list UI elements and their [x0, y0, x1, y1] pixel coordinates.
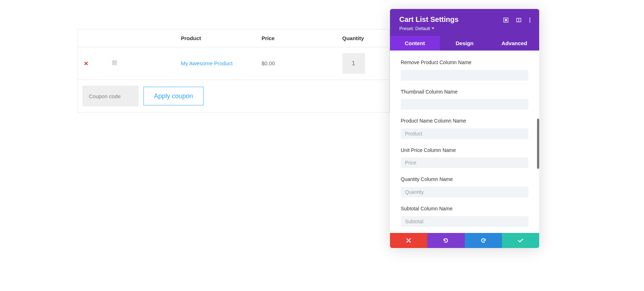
- save-button[interactable]: [502, 233, 539, 248]
- col-price-header: Price: [257, 29, 338, 47]
- table-row: ✕ My Awesome Product $0.00: [78, 47, 390, 80]
- remove-item-button[interactable]: ✕: [82, 60, 89, 67]
- cart-preview: Product Price Quantity ✕ My Awesome Prod…: [78, 29, 390, 113]
- tab-design[interactable]: Design: [440, 36, 489, 51]
- tab-advanced[interactable]: Advanced: [489, 36, 539, 51]
- col-thumb-header: [108, 29, 176, 47]
- undo-icon: [443, 238, 449, 243]
- svg-rect-1: [505, 19, 507, 21]
- field-input-thumbnail[interactable]: [401, 99, 528, 110]
- svg-point-4: [529, 18, 530, 19]
- field-input-unitprice[interactable]: [401, 157, 528, 168]
- undo-button[interactable]: [427, 233, 464, 248]
- svg-point-6: [529, 21, 530, 22]
- thumbnail-placeholder-icon: [112, 60, 117, 65]
- col-product-header: Product: [176, 29, 257, 47]
- panel-body: Remove Product Column Name Thumbnail Col…: [390, 51, 539, 233]
- cancel-button[interactable]: [390, 233, 427, 248]
- tabs: Content Design Advanced: [390, 36, 539, 51]
- scrollbar[interactable]: [537, 119, 539, 169]
- svg-point-5: [529, 19, 530, 20]
- field-input-quantity[interactable]: [401, 187, 528, 197]
- actions-row: Apply coupon: [78, 80, 390, 113]
- check-icon: [518, 238, 523, 243]
- field-label-thumbnail: Thumbnail Column Name: [401, 89, 472, 96]
- cart-table: Product Price Quantity ✕ My Awesome Prod…: [78, 29, 390, 113]
- panel-header: Cart List Settings Preset: Default: [390, 9, 539, 36]
- redo-button[interactable]: [465, 233, 502, 248]
- tab-content[interactable]: Content: [390, 36, 440, 51]
- field-label-quantity: Quantity Column Name: [401, 176, 472, 183]
- field-label-productname: Product Name Column Name: [401, 118, 472, 125]
- apply-coupon-button[interactable]: Apply coupon: [143, 87, 203, 105]
- panel-preset-label: Preset: Default: [399, 26, 430, 31]
- col-remove-header: [78, 29, 108, 47]
- caret-down-icon: [431, 28, 434, 29]
- field-label-remove: Remove Product Column Name: [401, 59, 472, 66]
- quantity-input[interactable]: [342, 53, 365, 74]
- redo-icon: [480, 238, 486, 243]
- panel-footer: [390, 233, 539, 248]
- field-input-subtotal[interactable]: [401, 216, 528, 227]
- field-input-remove[interactable]: [401, 70, 528, 81]
- panel-preset[interactable]: Preset: Default: [399, 26, 434, 31]
- field-label-unitprice: Unit Price Column Name: [401, 147, 472, 154]
- field-input-productname[interactable]: [401, 128, 528, 139]
- field-label-subtotal: Subtotal Column Name: [401, 205, 472, 213]
- close-icon: [406, 238, 411, 243]
- panel-title: Cart List Settings: [399, 15, 503, 24]
- col-quantity-header: Quantity: [338, 29, 390, 47]
- price-text: $0.00: [262, 60, 275, 66]
- expand-icon[interactable]: [503, 18, 508, 24]
- settings-panel: Cart List Settings Preset: Default Conte…: [390, 9, 539, 248]
- product-link[interactable]: My Awesome Product: [181, 60, 233, 66]
- more-options-icon[interactable]: [529, 18, 531, 24]
- split-view-icon[interactable]: [516, 18, 521, 24]
- coupon-input[interactable]: [82, 86, 138, 106]
